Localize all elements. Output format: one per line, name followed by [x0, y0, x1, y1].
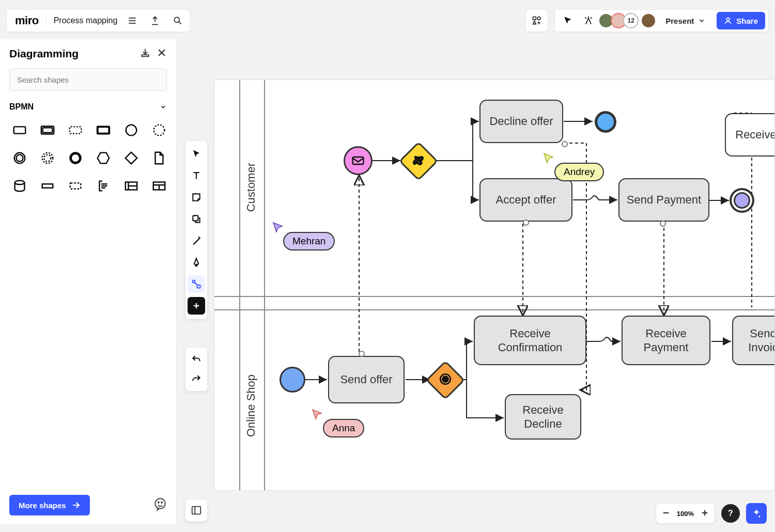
lane-label-online-shop[interactable]: Online Shop [244, 374, 258, 437]
present-button[interactable]: Present [661, 14, 709, 27]
search-icon[interactable] [170, 13, 185, 28]
svg-line-11 [591, 17, 592, 19]
bpmn-end-event[interactable] [595, 111, 616, 133]
shape-intermediate-event-dashed[interactable] [37, 148, 58, 168]
tool-sticky[interactable] [188, 189, 205, 206]
apps-button[interactable] [525, 9, 548, 32]
bpmn-task-accept-offer[interactable]: Accept offer [479, 178, 572, 222]
search-input[interactable] [9, 68, 167, 91]
canvas[interactable]: Customer Online Shop Decline offer [214, 80, 775, 491]
tool-flow[interactable] [188, 275, 205, 293]
bpmn-task-receive-decline[interactable]: Receive Decline [505, 394, 581, 440]
zoom-in-button[interactable] [700, 508, 709, 519]
shape-text-annotation[interactable] [93, 176, 114, 196]
chevron-down-icon [160, 103, 167, 111]
selection-handle[interactable] [359, 351, 365, 357]
shape-data-store[interactable] [9, 176, 30, 196]
svg-line-10 [585, 17, 587, 19]
collaborator-avatars[interactable]: 12 [601, 13, 656, 28]
import-icon[interactable] [140, 48, 150, 60]
collaboration-card: 12 Present Share [554, 9, 769, 32]
cursor-mode-icon[interactable] [560, 13, 576, 28]
panel-header: Diagramming [9, 48, 167, 60]
selection-handle[interactable] [523, 220, 529, 226]
bpmn-event-based-gateway[interactable] [426, 361, 465, 400]
redo-button[interactable] [188, 370, 205, 388]
svg-rect-33 [70, 183, 81, 189]
shape-group[interactable] [65, 176, 86, 196]
shape-grid [9, 120, 167, 196]
shape-start-event[interactable] [121, 120, 142, 140]
undo-button[interactable] [188, 351, 205, 368]
bpmn-start-event[interactable] [280, 367, 305, 393]
zoom-level[interactable]: 100% [677, 510, 694, 518]
history-rail [185, 347, 208, 392]
tool-line[interactable] [188, 232, 205, 249]
live-cursor-icon [543, 152, 555, 165]
avatar-overflow-count[interactable]: 12 [623, 13, 639, 28]
present-label: Present [665, 17, 694, 25]
bpmn-task-receive[interactable]: Receive [725, 113, 775, 157]
ai-button[interactable] [746, 503, 767, 524]
live-cursor-anna: Anna [323, 419, 364, 437]
bpmn-task-send-invoice[interactable]: Send Invoic [732, 316, 775, 365]
avatar[interactable] [641, 13, 656, 28]
lane-label-customer[interactable]: Customer [244, 163, 258, 212]
shape-call-activity[interactable] [93, 120, 114, 140]
export-icon[interactable] [147, 13, 163, 28]
shape-transaction[interactable] [37, 120, 58, 140]
close-icon[interactable] [157, 48, 167, 60]
bpmn-task-send-offer[interactable]: Send offer [328, 356, 405, 403]
shape-terminate-event[interactable] [65, 148, 86, 168]
svg-point-27 [44, 154, 51, 161]
shape-data-object[interactable] [149, 148, 169, 168]
svg-rect-49 [193, 215, 198, 221]
section-toggle-bpmn[interactable]: BPMN [9, 102, 167, 112]
board-title[interactable]: Process mapping [54, 16, 118, 25]
tool-select[interactable] [188, 145, 205, 163]
shape-pool-horizontal[interactable] [121, 176, 142, 196]
frames-panel-button[interactable] [185, 499, 208, 522]
svg-rect-32 [42, 184, 53, 188]
shape-event-subprocess[interactable] [65, 120, 86, 140]
zoom-out-button[interactable] [661, 508, 671, 519]
svg-marker-30 [126, 152, 137, 164]
shapes-panel: Diagramming BPMN More shapes [0, 39, 177, 524]
lane-divider [214, 309, 774, 310]
bpmn-task-receive-confirmation[interactable]: Receive Confirmation [474, 316, 586, 365]
svg-rect-19 [43, 128, 53, 132]
tool-text[interactable] [188, 167, 205, 184]
bpmn-message-start-event[interactable] [344, 146, 373, 175]
reactions-icon[interactable] [581, 13, 596, 28]
svg-point-13 [727, 18, 730, 21]
shape-gateway-hexagon[interactable] [93, 148, 114, 168]
shape-pool-vertical[interactable] [149, 176, 169, 196]
live-cursor-icon [272, 222, 285, 234]
svg-rect-17 [14, 127, 26, 133]
tool-add[interactable] [188, 297, 205, 315]
bpmn-intermediate-event[interactable] [730, 188, 754, 213]
bpmn-task-send-payment[interactable]: Send Payment [618, 178, 709, 222]
feedback-icon[interactable] [153, 497, 167, 513]
shape-annotation[interactable] [37, 176, 58, 196]
zoom-controls: 100% [656, 503, 715, 524]
shape-end-event[interactable] [9, 148, 30, 168]
bpmn-task-receive-payment[interactable]: Receive Payment [622, 316, 710, 365]
shape-gateway-exclusive[interactable] [121, 148, 142, 168]
tool-shape[interactable] [188, 210, 205, 228]
app-logo[interactable]: miro [15, 14, 39, 27]
bpmn-exclusive-gateway[interactable] [399, 142, 438, 181]
selection-handle[interactable] [660, 221, 666, 227]
bpmn-task-decline-offer[interactable]: Decline offer [479, 100, 563, 143]
more-shapes-button[interactable]: More shapes [9, 495, 90, 515]
menu-icon[interactable] [125, 13, 140, 28]
share-button[interactable]: Share [717, 12, 765, 29]
help-button[interactable]: ? [721, 504, 740, 523]
svg-point-23 [154, 125, 165, 136]
shape-task[interactable] [9, 120, 30, 140]
selection-handle[interactable] [562, 141, 568, 147]
lane-divider [214, 296, 774, 297]
shape-intermediate-event-noninterrupt[interactable] [149, 120, 169, 140]
tool-pen[interactable] [188, 254, 205, 271]
tool-rail [185, 140, 208, 319]
